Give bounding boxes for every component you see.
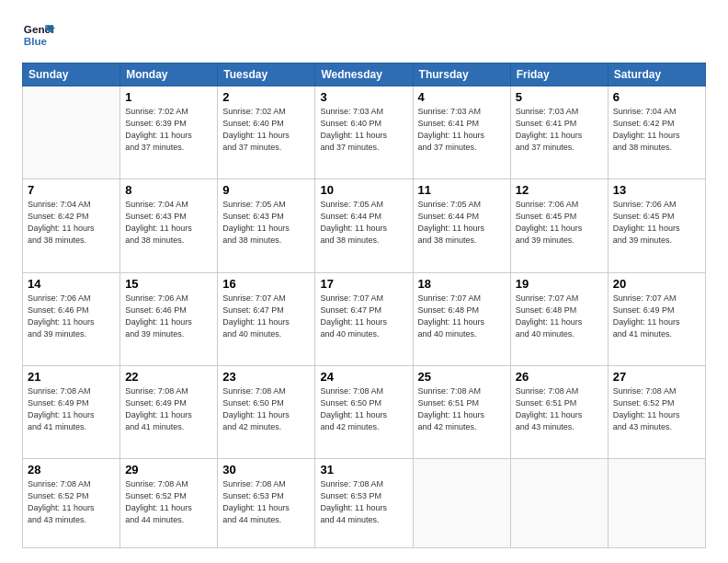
calendar-cell: 11Sunrise: 7:05 AMSunset: 6:44 PMDayligh…	[413, 179, 510, 272]
calendar-cell: 18Sunrise: 7:07 AMSunset: 6:48 PMDayligh…	[413, 272, 510, 365]
cell-day-number: 31	[320, 463, 407, 477]
calendar-cell: 25Sunrise: 7:08 AMSunset: 6:51 PMDayligh…	[413, 365, 510, 458]
calendar-week-row: 1Sunrise: 7:02 AMSunset: 6:39 PMDaylight…	[23, 86, 706, 179]
cell-info-text: Sunrise: 7:08 AMSunset: 6:49 PMDaylight:…	[28, 385, 115, 433]
calendar-cell: 22Sunrise: 7:08 AMSunset: 6:49 PMDayligh…	[120, 365, 218, 458]
cell-day-number: 23	[222, 370, 310, 384]
calendar-cell: 14Sunrise: 7:06 AMSunset: 6:46 PMDayligh…	[23, 272, 120, 365]
calendar-cell	[608, 459, 705, 548]
calendar-cell: 12Sunrise: 7:06 AMSunset: 6:45 PMDayligh…	[510, 179, 608, 272]
calendar-cell: 10Sunrise: 7:05 AMSunset: 6:44 PMDayligh…	[315, 179, 413, 272]
cell-info-text: Sunrise: 7:03 AMSunset: 6:40 PMDaylight:…	[320, 106, 407, 154]
cell-day-number: 9	[222, 183, 310, 197]
cell-info-text: Sunrise: 7:06 AMSunset: 6:45 PMDaylight:…	[516, 199, 603, 247]
cell-info-text: Sunrise: 7:04 AMSunset: 6:42 PMDaylight:…	[613, 106, 700, 154]
cell-info-text: Sunrise: 7:07 AMSunset: 6:48 PMDaylight:…	[516, 293, 603, 340]
cell-day-number: 17	[320, 277, 407, 291]
cell-info-text: Sunrise: 7:08 AMSunset: 6:51 PMDaylight:…	[418, 385, 506, 433]
cell-info-text: Sunrise: 7:07 AMSunset: 6:47 PMDaylight:…	[320, 293, 407, 340]
cell-info-text: Sunrise: 7:06 AMSunset: 6:45 PMDaylight:…	[613, 199, 700, 247]
calendar-cell: 16Sunrise: 7:07 AMSunset: 6:47 PMDayligh…	[218, 272, 315, 365]
cell-day-number: 27	[613, 370, 700, 384]
calendar-cell: 3Sunrise: 7:03 AMSunset: 6:40 PMDaylight…	[315, 86, 413, 179]
cell-day-number: 7	[28, 183, 115, 197]
cell-day-number: 12	[516, 183, 603, 197]
cell-day-number: 10	[320, 183, 407, 197]
cell-info-text: Sunrise: 7:06 AMSunset: 6:46 PMDaylight:…	[125, 293, 212, 340]
cell-info-text: Sunrise: 7:07 AMSunset: 6:48 PMDaylight:…	[418, 293, 506, 340]
cell-day-number: 5	[516, 90, 603, 104]
cell-info-text: Sunrise: 7:08 AMSunset: 6:53 PMDaylight:…	[320, 478, 407, 526]
calendar-week-row: 28Sunrise: 7:08 AMSunset: 6:52 PMDayligh…	[23, 459, 706, 548]
weekday-header: Saturday	[608, 63, 705, 86]
calendar-cell: 8Sunrise: 7:04 AMSunset: 6:43 PMDaylight…	[120, 179, 218, 272]
weekday-header: Tuesday	[218, 63, 315, 86]
calendar-cell: 28Sunrise: 7:08 AMSunset: 6:52 PMDayligh…	[23, 459, 120, 548]
svg-text:Blue: Blue	[24, 35, 48, 47]
cell-day-number: 6	[613, 90, 700, 104]
cell-day-number: 25	[418, 370, 506, 384]
cell-day-number: 16	[222, 277, 310, 291]
cell-day-number: 11	[418, 183, 506, 197]
cell-info-text: Sunrise: 7:07 AMSunset: 6:49 PMDaylight:…	[613, 293, 700, 340]
cell-info-text: Sunrise: 7:02 AMSunset: 6:39 PMDaylight:…	[125, 106, 212, 154]
weekday-header: Friday	[510, 63, 608, 86]
calendar-cell: 23Sunrise: 7:08 AMSunset: 6:50 PMDayligh…	[218, 365, 315, 458]
calendar-cell: 21Sunrise: 7:08 AMSunset: 6:49 PMDayligh…	[23, 365, 120, 458]
page: General Blue SundayMondayTuesdayWednesda…	[0, 0, 728, 563]
cell-info-text: Sunrise: 7:05 AMSunset: 6:43 PMDaylight:…	[222, 199, 310, 247]
calendar-cell	[510, 459, 608, 548]
calendar-week-row: 14Sunrise: 7:06 AMSunset: 6:46 PMDayligh…	[23, 272, 706, 365]
cell-info-text: Sunrise: 7:08 AMSunset: 6:52 PMDaylight:…	[613, 385, 700, 433]
cell-info-text: Sunrise: 7:03 AMSunset: 6:41 PMDaylight:…	[418, 106, 506, 154]
cell-info-text: Sunrise: 7:04 AMSunset: 6:42 PMDaylight:…	[28, 199, 115, 247]
calendar-cell: 24Sunrise: 7:08 AMSunset: 6:50 PMDayligh…	[315, 365, 413, 458]
calendar-cell: 29Sunrise: 7:08 AMSunset: 6:52 PMDayligh…	[120, 459, 218, 548]
calendar-cell: 30Sunrise: 7:08 AMSunset: 6:53 PMDayligh…	[218, 459, 315, 548]
cell-info-text: Sunrise: 7:06 AMSunset: 6:46 PMDaylight:…	[28, 293, 115, 340]
calendar-cell: 15Sunrise: 7:06 AMSunset: 6:46 PMDayligh…	[120, 272, 218, 365]
cell-info-text: Sunrise: 7:08 AMSunset: 6:53 PMDaylight:…	[222, 478, 310, 526]
calendar-cell: 17Sunrise: 7:07 AMSunset: 6:47 PMDayligh…	[315, 272, 413, 365]
calendar-table: SundayMondayTuesdayWednesdayThursdayFrid…	[22, 63, 706, 548]
calendar-cell: 19Sunrise: 7:07 AMSunset: 6:48 PMDayligh…	[510, 272, 608, 365]
weekday-header: Monday	[120, 63, 218, 86]
calendar-week-row: 21Sunrise: 7:08 AMSunset: 6:49 PMDayligh…	[23, 365, 706, 458]
cell-day-number: 14	[28, 277, 115, 291]
weekday-header: Wednesday	[315, 63, 413, 86]
cell-info-text: Sunrise: 7:04 AMSunset: 6:43 PMDaylight:…	[125, 199, 212, 247]
calendar-cell	[23, 86, 120, 179]
cell-day-number: 1	[125, 90, 212, 104]
calendar-cell: 6Sunrise: 7:04 AMSunset: 6:42 PMDaylight…	[608, 86, 705, 179]
cell-day-number: 30	[222, 463, 310, 477]
cell-info-text: Sunrise: 7:08 AMSunset: 6:52 PMDaylight:…	[125, 478, 212, 526]
cell-info-text: Sunrise: 7:07 AMSunset: 6:47 PMDaylight:…	[222, 293, 310, 340]
cell-info-text: Sunrise: 7:08 AMSunset: 6:52 PMDaylight:…	[28, 478, 115, 526]
cell-info-text: Sunrise: 7:05 AMSunset: 6:44 PMDaylight:…	[320, 199, 407, 247]
cell-info-text: Sunrise: 7:08 AMSunset: 6:50 PMDaylight:…	[222, 385, 310, 433]
cell-info-text: Sunrise: 7:08 AMSunset: 6:50 PMDaylight:…	[320, 385, 407, 433]
cell-day-number: 3	[320, 90, 407, 104]
cell-day-number: 21	[28, 370, 115, 384]
cell-day-number: 13	[613, 183, 700, 197]
calendar-cell: 13Sunrise: 7:06 AMSunset: 6:45 PMDayligh…	[608, 179, 705, 272]
weekday-header: Sunday	[23, 63, 120, 86]
calendar-cell: 4Sunrise: 7:03 AMSunset: 6:41 PMDaylight…	[413, 86, 510, 179]
calendar-cell: 5Sunrise: 7:03 AMSunset: 6:41 PMDaylight…	[510, 86, 608, 179]
cell-day-number: 2	[222, 90, 310, 104]
calendar-cell: 20Sunrise: 7:07 AMSunset: 6:49 PMDayligh…	[608, 272, 705, 365]
cell-day-number: 18	[418, 277, 506, 291]
cell-day-number: 28	[28, 463, 115, 477]
cell-day-number: 24	[320, 370, 407, 384]
cell-info-text: Sunrise: 7:08 AMSunset: 6:49 PMDaylight:…	[125, 385, 212, 433]
cell-day-number: 22	[125, 370, 212, 384]
calendar-cell: 26Sunrise: 7:08 AMSunset: 6:51 PMDayligh…	[510, 365, 608, 458]
cell-info-text: Sunrise: 7:08 AMSunset: 6:51 PMDaylight:…	[516, 385, 603, 433]
cell-info-text: Sunrise: 7:02 AMSunset: 6:40 PMDaylight:…	[222, 106, 310, 154]
cell-info-text: Sunrise: 7:03 AMSunset: 6:41 PMDaylight:…	[516, 106, 603, 154]
cell-day-number: 19	[516, 277, 603, 291]
cell-day-number: 26	[516, 370, 603, 384]
calendar-cell	[413, 459, 510, 548]
calendar-cell: 2Sunrise: 7:02 AMSunset: 6:40 PMDaylight…	[218, 86, 315, 179]
logo: General Blue	[22, 18, 55, 52]
